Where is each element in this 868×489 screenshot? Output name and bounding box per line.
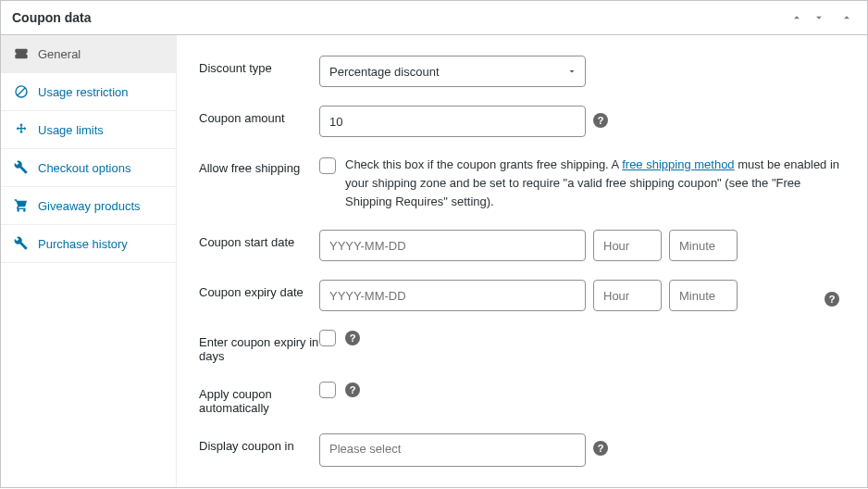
panel-body: General Usage restriction Usage limits C… bbox=[1, 35, 867, 487]
sidebar-item-label: Usage restriction bbox=[38, 85, 129, 99]
ban-icon bbox=[14, 84, 29, 99]
panel-title: Coupon data bbox=[12, 10, 92, 25]
start-date-input[interactable] bbox=[319, 230, 586, 261]
field-label: Apply coupon automatically bbox=[199, 382, 319, 415]
cart-icon bbox=[14, 198, 29, 213]
field-expiry-date: Coupon expiry date ? bbox=[199, 270, 845, 320]
expiry-date-input[interactable] bbox=[319, 280, 586, 311]
move-down-icon[interactable] bbox=[810, 8, 828, 27]
field-display-in: Display coupon in Please select ? bbox=[199, 424, 845, 476]
sidebar-item-giveaway-products[interactable]: Giveaway products bbox=[1, 187, 176, 225]
help-icon[interactable]: ? bbox=[345, 382, 360, 397]
auto-apply-checkbox[interactable] bbox=[319, 382, 336, 398]
free-shipping-checkbox[interactable] bbox=[319, 157, 336, 174]
field-free-shipping: Allow free shipping Check this box if th… bbox=[199, 146, 845, 220]
panel-controls bbox=[787, 8, 856, 27]
field-expiry-days: Enter coupon expiry in days ? bbox=[199, 320, 845, 372]
sidebar-item-label: Checkout options bbox=[38, 161, 130, 175]
move-icon bbox=[14, 122, 29, 137]
field-label: Display coupon in bbox=[199, 433, 319, 453]
wrench-icon bbox=[14, 160, 29, 175]
free-shipping-method-link[interactable]: free shipping method bbox=[622, 157, 734, 171]
field-label: Enter coupon expiry in days bbox=[199, 330, 319, 363]
field-label: Coupon start date bbox=[199, 230, 319, 249]
help-icon[interactable]: ? bbox=[825, 292, 839, 307]
help-icon[interactable]: ? bbox=[345, 331, 360, 345]
sidebar-item-checkout-options[interactable]: Checkout options bbox=[1, 149, 176, 187]
field-start-date: Coupon start date bbox=[199, 220, 845, 270]
sidebar-tabs: General Usage restriction Usage limits C… bbox=[1, 35, 177, 487]
field-auto-apply: Apply coupon automatically ? bbox=[199, 372, 845, 424]
general-tab-content: Discount type Percentage discount Coupon… bbox=[177, 35, 867, 487]
expiry-days-checkbox[interactable] bbox=[319, 330, 336, 346]
discount-type-select[interactable]: Percentage discount bbox=[319, 56, 586, 87]
sidebar-item-purchase-history[interactable]: Purchase history bbox=[1, 225, 176, 263]
field-label: Coupon amount bbox=[199, 106, 319, 125]
coupon-data-panel: Coupon data General Usage restriction bbox=[0, 0, 868, 488]
move-up-icon[interactable] bbox=[787, 8, 806, 27]
panel-header: Coupon data bbox=[1, 1, 867, 35]
sidebar-item-usage-limits[interactable]: Usage limits bbox=[1, 111, 176, 149]
field-label: Coupon expiry date bbox=[199, 280, 319, 299]
toggle-panel-icon[interactable] bbox=[837, 8, 856, 27]
sidebar-item-general[interactable]: General bbox=[1, 35, 176, 73]
sidebar-item-label: General bbox=[38, 47, 81, 61]
field-label: Allow free shipping bbox=[199, 156, 319, 175]
field-coupon-amount: Coupon amount ? bbox=[199, 96, 845, 146]
free-shipping-description: Check this box if the coupon grants free… bbox=[345, 156, 845, 211]
display-in-select[interactable]: Please select bbox=[319, 433, 586, 467]
field-discount-type: Discount type Percentage discount bbox=[199, 46, 845, 96]
expiry-minute-input[interactable] bbox=[669, 280, 738, 311]
wrench-icon bbox=[14, 236, 29, 251]
coupon-amount-input[interactable] bbox=[319, 106, 586, 137]
start-minute-input[interactable] bbox=[669, 230, 738, 261]
help-icon[interactable]: ? bbox=[593, 441, 608, 456]
expiry-hour-input[interactable] bbox=[593, 280, 662, 311]
field-label: Discount type bbox=[199, 56, 319, 75]
sidebar-item-label: Purchase history bbox=[38, 237, 128, 251]
sidebar-item-label: Usage limits bbox=[38, 123, 104, 137]
help-icon[interactable]: ? bbox=[593, 113, 608, 128]
sidebar-item-label: Giveaway products bbox=[38, 199, 141, 213]
start-hour-input[interactable] bbox=[593, 230, 662, 261]
ticket-icon bbox=[14, 46, 29, 61]
sidebar-item-usage-restriction[interactable]: Usage restriction bbox=[1, 73, 176, 111]
